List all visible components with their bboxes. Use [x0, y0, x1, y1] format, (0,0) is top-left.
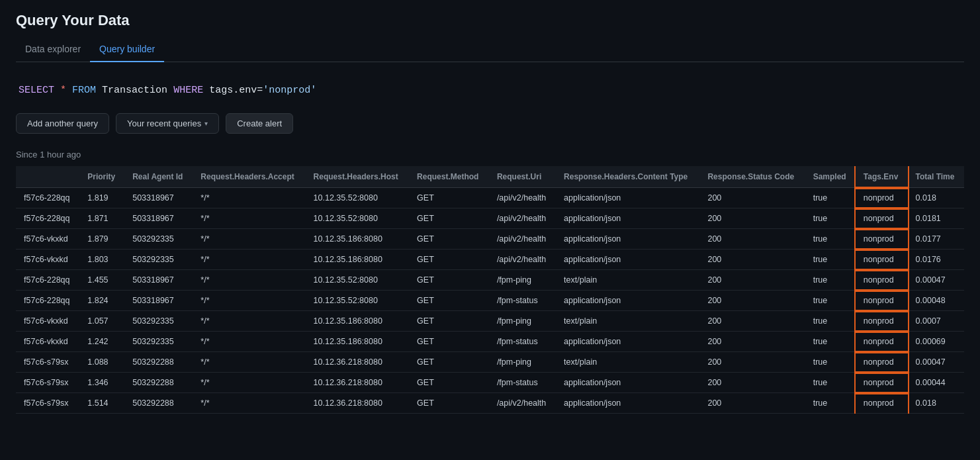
row-request-headers-host: 10.12.36.218:8080 [306, 352, 410, 373]
row-id: f57c6-228qq [16, 270, 79, 291]
row-request-method: GET [409, 270, 489, 291]
table-row[interactable]: f57c6-vkxkd1.803503292335*/*10.12.35.186… [16, 250, 964, 270]
row-request-uri: /fpm-status [489, 373, 556, 393]
row-total-time: 0.0176 [908, 250, 964, 270]
row-tags-env: nonprod [856, 250, 908, 270]
row-tags-env: nonprod [856, 311, 908, 332]
row-sampled: true [805, 332, 856, 352]
row-request-method: GET [409, 352, 489, 373]
row-request-uri: /fpm-ping [489, 352, 556, 373]
row-sampled: true [805, 229, 856, 250]
row-request-method: GET [409, 311, 489, 332]
table-row[interactable]: f57c6-s79sx1.346503292288*/*10.12.36.218… [16, 373, 964, 393]
row-total-time: 0.0181 [908, 208, 964, 229]
row-real-agent-id: 503292335 [124, 311, 193, 332]
your-recent-queries-button[interactable]: Your recent queries ▾ [116, 113, 219, 134]
row-request-headers-host: 10.12.35.52:8080 [306, 291, 410, 311]
table-row[interactable]: f57c6-vkxkd1.879503292335*/*10.12.35.186… [16, 229, 964, 250]
row-request-headers-host: 10.12.35.52:8080 [306, 270, 410, 291]
row-request-headers-accept: */* [193, 352, 305, 373]
row-sampled: true [805, 393, 856, 414]
row-id: f57c6-vkxkd [16, 332, 79, 352]
row-total-time: 0.0177 [908, 229, 964, 250]
col-header-request-method: Request.Method [409, 166, 489, 188]
row-response-headers-content-type: text/plain [556, 352, 699, 373]
col-header-request-uri: Request.Uri [489, 166, 556, 188]
row-response-status-code: 200 [699, 270, 805, 291]
row-priority: 1.455 [79, 270, 124, 291]
row-priority: 1.871 [79, 208, 124, 229]
col-header-id [16, 166, 79, 188]
row-request-headers-accept: */* [193, 208, 305, 229]
row-request-headers-accept: */* [193, 393, 305, 414]
row-request-uri: /fpm-ping [489, 270, 556, 291]
row-total-time: 0.0007 [908, 311, 964, 332]
row-priority: 1.346 [79, 373, 124, 393]
table-body: f57c6-228qq1.819503318967*/*10.12.35.52:… [16, 188, 964, 414]
row-request-uri: /api/v2/health [489, 393, 556, 414]
row-real-agent-id: 503292335 [124, 229, 193, 250]
row-request-method: GET [409, 250, 489, 270]
col-header-response-status-code: Response.Status Code [699, 166, 805, 188]
row-request-headers-accept: */* [193, 311, 305, 332]
row-total-time: 0.00047 [908, 270, 964, 291]
row-priority: 1.242 [79, 332, 124, 352]
row-request-headers-host: 10.12.35.52:8080 [306, 188, 410, 208]
col-header-priority: Priority [79, 166, 124, 188]
kw-from: FROM [72, 85, 96, 96]
table-row[interactable]: f57c6-228qq1.824503318967*/*10.12.35.52:… [16, 291, 964, 311]
col-header-request-headers-host: Request.Headers.Host [306, 166, 410, 188]
table-row[interactable]: f57c6-228qq1.455503318967*/*10.12.35.52:… [16, 270, 964, 291]
row-id: f57c6-vkxkd [16, 229, 79, 250]
tab-query-builder[interactable]: Query builder [90, 38, 164, 62]
row-request-headers-accept: */* [193, 250, 305, 270]
row-response-status-code: 200 [699, 352, 805, 373]
row-tags-env: nonprod [856, 393, 908, 414]
row-request-headers-accept: */* [193, 373, 305, 393]
row-request-headers-accept: */* [193, 332, 305, 352]
create-alert-button[interactable]: Create alert [226, 113, 293, 134]
row-response-status-code: 200 [699, 291, 805, 311]
row-response-status-code: 200 [699, 188, 805, 208]
toolbar: Add another query Your recent queries ▾ … [16, 113, 964, 134]
tab-data-explorer[interactable]: Data explorer [16, 38, 90, 62]
table-row[interactable]: f57c6-228qq1.871503318967*/*10.12.35.52:… [16, 208, 964, 229]
row-sampled: true [805, 270, 856, 291]
row-request-uri: /api/v2/health [489, 208, 556, 229]
row-request-headers-host: 10.12.35.186:8080 [306, 229, 410, 250]
results-table: Priority Real Agent Id Request.Headers.A… [16, 166, 964, 414]
row-sampled: true [805, 291, 856, 311]
row-sampled: true [805, 352, 856, 373]
row-priority: 1.514 [79, 393, 124, 414]
query-code: SELECT * FROM Transaction WHERE tags.env… [16, 81, 964, 100]
row-request-method: GET [409, 373, 489, 393]
table-row[interactable]: f57c6-vkxkd1.242503292335*/*10.12.35.186… [16, 332, 964, 352]
row-id: f57c6-228qq [16, 208, 79, 229]
row-real-agent-id: 503292335 [124, 250, 193, 270]
row-id: f57c6-vkxkd [16, 311, 79, 332]
table-row[interactable]: f57c6-s79sx1.514503292288*/*10.12.36.218… [16, 393, 964, 414]
row-request-method: GET [409, 393, 489, 414]
row-total-time: 0.00069 [908, 332, 964, 352]
row-response-headers-content-type: application/json [556, 250, 699, 270]
col-header-real-agent-id: Real Agent Id [124, 166, 193, 188]
row-total-time: 0.018 [908, 393, 964, 414]
row-real-agent-id: 503292288 [124, 393, 193, 414]
row-response-headers-content-type: application/json [556, 229, 699, 250]
row-response-status-code: 200 [699, 393, 805, 414]
row-id: f57c6-s79sx [16, 393, 79, 414]
col-header-sampled: Sampled [805, 166, 856, 188]
page-container: Query Your Data Data explorer Query buil… [0, 0, 980, 460]
row-request-headers-accept: */* [193, 291, 305, 311]
kw-star: * [60, 85, 66, 96]
row-id: f57c6-228qq [16, 291, 79, 311]
table-row[interactable]: f57c6-s79sx1.088503292288*/*10.12.36.218… [16, 352, 964, 373]
table-wrapper: Priority Real Agent Id Request.Headers.A… [16, 166, 964, 414]
col-header-response-headers-content-type: Response.Headers.Content Type [556, 166, 699, 188]
table-row[interactable]: f57c6-228qq1.819503318967*/*10.12.35.52:… [16, 188, 964, 208]
row-sampled: true [805, 250, 856, 270]
kw-value: 'nonprod' [263, 85, 316, 96]
row-request-uri: /fpm-status [489, 332, 556, 352]
add-another-query-button[interactable]: Add another query [16, 113, 109, 134]
table-row[interactable]: f57c6-vkxkd1.057503292335*/*10.12.35.186… [16, 311, 964, 332]
